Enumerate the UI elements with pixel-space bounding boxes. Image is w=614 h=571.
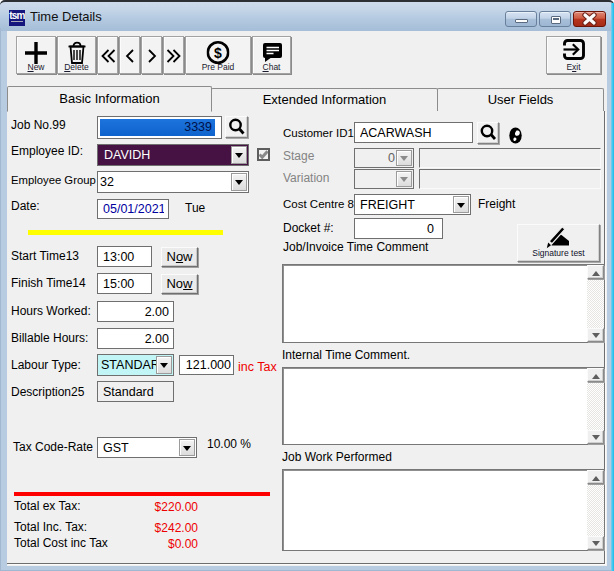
svg-text:$: $ [214,45,222,61]
